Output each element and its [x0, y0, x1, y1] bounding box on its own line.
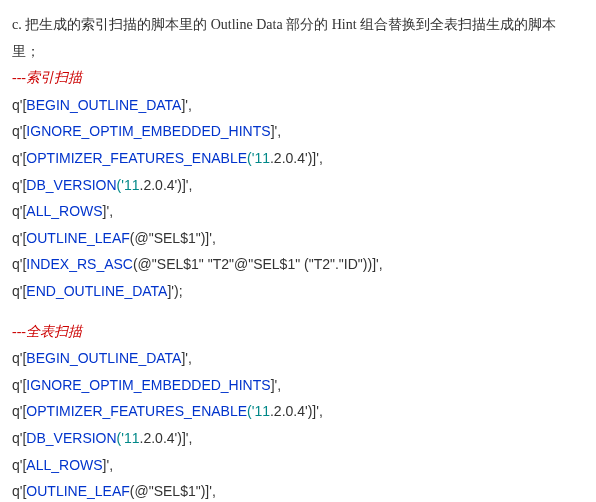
spacer — [12, 305, 584, 319]
code-line: q'[DB_VERSION('11.2.0.4')]', — [12, 172, 584, 199]
section1-codeblock: q'[BEGIN_OUTLINE_DATA]',q'[IGNORE_OPTIM_… — [12, 92, 584, 305]
code-line: q'[OPTIMIZER_FEATURES_ENABLE('11.2.0.4')… — [12, 398, 584, 425]
section1-title: ---索引扫描 — [12, 65, 584, 92]
code-line: q'[BEGIN_OUTLINE_DATA]', — [12, 345, 584, 372]
code-line: q'[IGNORE_OPTIM_EMBEDDED_HINTS]', — [12, 118, 584, 145]
code-line: q'[BEGIN_OUTLINE_DATA]', — [12, 92, 584, 119]
code-line: q'[INDEX_RS_ASC(@"SEL$1" "T2"@"SEL$1" ("… — [12, 251, 584, 278]
section2-codeblock: q'[BEGIN_OUTLINE_DATA]',q'[IGNORE_OPTIM_… — [12, 345, 584, 502]
code-line: q'[END_OUTLINE_DATA]'); — [12, 278, 584, 305]
intro-text: c. 把生成的索引扫描的脚本里的 Outline Data 部分的 Hint 组… — [12, 12, 584, 65]
code-line: q'[IGNORE_OPTIM_EMBEDDED_HINTS]', — [12, 372, 584, 399]
code-line: q'[DB_VERSION('11.2.0.4')]', — [12, 425, 584, 452]
code-line: q'[ALL_ROWS]', — [12, 198, 584, 225]
code-line: q'[OPTIMIZER_FEATURES_ENABLE('11.2.0.4')… — [12, 145, 584, 172]
code-line: q'[ALL_ROWS]', — [12, 452, 584, 479]
section2-title: ---全表扫描 — [12, 319, 584, 346]
code-line: q'[OUTLINE_LEAF(@"SEL$1")]', — [12, 225, 584, 252]
code-line: q'[OUTLINE_LEAF(@"SEL$1")]', — [12, 478, 584, 502]
